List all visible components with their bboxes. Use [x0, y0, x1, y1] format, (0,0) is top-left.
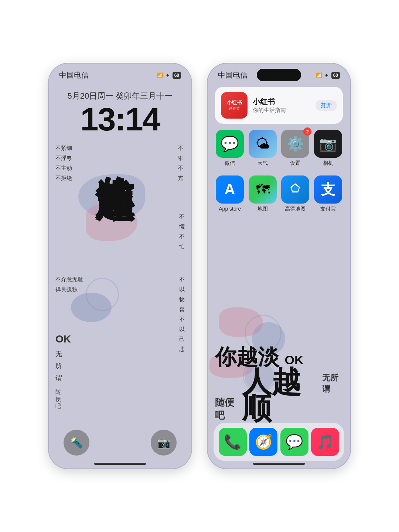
alipay-glyph: 支	[321, 180, 335, 199]
gaode-glyph	[286, 180, 304, 199]
flashlight-icon: 🔦	[70, 437, 83, 449]
signal-icons: 📶 ✦	[157, 72, 170, 78]
weather-glyph: 🌤	[256, 136, 270, 152]
safari-icon-glyph: 🧭	[255, 434, 272, 450]
home-wusuowei: 无所谓	[322, 372, 343, 395]
home-indicator	[94, 463, 146, 465]
lock-screen-phone: 中国电信 📶 ✦ 60 5月20日周一 癸卯年三月十一 13:14 你越淡人越顺…	[48, 63, 192, 469]
gaode-icon	[281, 175, 309, 204]
settings-label: 设置	[290, 160, 300, 167]
status-right: 📶 ✦ 60	[157, 72, 181, 79]
home-ok-text: OK	[284, 353, 303, 367]
music-icon-glyph: 🎵	[317, 434, 334, 450]
dock-phone[interactable]: 📞	[219, 428, 247, 456]
dock-safari[interactable]: 🧭	[249, 428, 277, 456]
home-screen-phone: 中国电信 📶 ✦ 60 小红书 过春节 小红书 你的生活指南 打开 💬 微信 �	[207, 63, 351, 469]
widget-app-icon: 小红书 过春节	[221, 92, 248, 119]
settings-icon: ⚙️ 2	[281, 130, 309, 158]
app-appstore[interactable]: A App store	[214, 175, 246, 212]
messages-icon-glyph: 💬	[286, 434, 303, 450]
battery-indicator: 60	[173, 72, 181, 79]
alipay-label: 支付宝	[320, 206, 336, 212]
settings-glyph: ⚙️	[287, 136, 304, 152]
home-calli-2: 人越顺	[242, 369, 318, 422]
widget-icon-sub: 过春节	[229, 106, 240, 111]
camera-glyph: 📷	[319, 136, 337, 152]
appstore-label: App store	[219, 206, 241, 212]
settings-badge: 2	[303, 127, 311, 136]
home-home-indicator	[253, 463, 305, 465]
home-suibian: 随便吧	[215, 396, 240, 422]
phone-icon-glyph: 📞	[224, 434, 241, 450]
home-battery-indicator: 60	[331, 72, 340, 79]
app-maps[interactable]: 🗺 地图	[246, 175, 279, 212]
dock-messages[interactable]: 💬	[280, 428, 308, 456]
wechat-icon: 💬	[216, 130, 244, 158]
app-grid: 💬 微信 🌤 天气 ⚙️ 2 设置 📷 相机	[208, 130, 350, 212]
alipay-icon: 支	[314, 175, 342, 204]
app-camera[interactable]: 📷 相机	[312, 130, 345, 167]
maps-label: 地图	[258, 206, 268, 212]
widget-open-button[interactable]: 打开	[316, 100, 337, 111]
dock: 📞 🧭 💬 🎵	[214, 423, 344, 461]
wechat-label: 微信	[225, 160, 235, 167]
maps-glyph: 🗺	[256, 182, 270, 198]
camera-button[interactable]: 📷	[151, 430, 177, 456]
lock-bottom-bar: 🔦 📷	[49, 422, 191, 468]
maps-icon: 🗺	[249, 175, 277, 204]
flashlight-button[interactable]: 🔦	[64, 430, 89, 456]
dynamic-island	[257, 69, 301, 81]
app-wechat[interactable]: 💬 微信	[214, 130, 246, 167]
gaode-label: 高得地图	[285, 206, 306, 212]
time-display: 13:14	[49, 103, 191, 136]
widget-app-desc: 你的生活指南	[253, 107, 310, 114]
date-display: 5月20日周一 癸卯年三月十一	[49, 91, 191, 102]
widget-app-name: 小红书	[253, 97, 310, 107]
home-carrier-label: 中国电信	[218, 70, 248, 80]
app-gaode[interactable]: 高得地图	[279, 175, 312, 212]
camera-icon: 📷	[157, 437, 170, 449]
weather-icon: 🌤	[249, 130, 277, 158]
wechat-glyph: 💬	[221, 135, 239, 153]
carrier-label: 中国电信	[59, 70, 89, 80]
appstore-glyph: A	[221, 181, 238, 198]
app-settings[interactable]: ⚙️ 2 设置	[279, 130, 312, 167]
dock-music[interactable]: 🎵	[311, 428, 339, 456]
camera-label: 相机	[323, 160, 333, 167]
widget-icon-text: 小红书	[227, 99, 242, 106]
weather-label: 天气	[258, 160, 268, 167]
app-weather[interactable]: 🌤 天气	[246, 130, 279, 167]
svg-text:A: A	[225, 181, 235, 197]
home-signal-icons: 📶 ✦	[316, 72, 329, 78]
home-status-right: 📶 ✦ 60	[316, 72, 340, 79]
app-alipay[interactable]: 支 支付宝	[312, 175, 345, 212]
xiaohongshu-widget[interactable]: 小红书 过春节 小红书 你的生活指南 打开	[215, 87, 343, 124]
home-wallpaper-text: 你越淡 OK 随便吧 人越顺 无所谓	[208, 343, 350, 417]
widget-info: 小红书 你的生活指南	[253, 97, 310, 114]
appstore-icon: A	[216, 175, 244, 204]
camera-app-icon: 📷	[314, 130, 342, 158]
